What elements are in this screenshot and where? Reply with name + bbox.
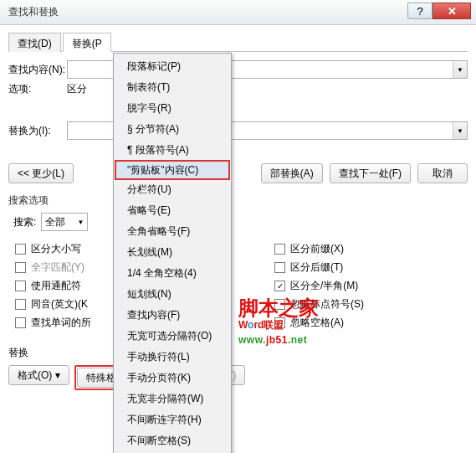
menu-item[interactable]: 手动换行符(L) [115, 347, 229, 368]
checkbox-box [15, 281, 26, 291]
special-format-menu: 段落标记(P)制表符(T)脱字号(R)§ 分节符(A)¶ 段落符号(A)"剪贴板… [113, 53, 232, 453]
dialog-body: 查找(D) 替换(P 查找内容(N): ▼ 选项: 区分 替换为(I): ▼ <… [0, 25, 476, 399]
tab-replace[interactable]: 替换(P [63, 33, 111, 52]
format-button[interactable]: 格式(O) ▾ [8, 365, 69, 385]
checkbox[interactable]: ✓区分全/半角(M) [274, 279, 468, 293]
chevron-down-icon[interactable]: ▼ [453, 61, 467, 78]
find-next-button[interactable]: 查找下一处(F) [330, 163, 411, 183]
less-button[interactable]: << 更少(L) [8, 163, 74, 183]
action-buttons: << 更少(L) 部替换(A) 查找下一处(F) 取消 [8, 163, 468, 183]
tab-find[interactable]: 查找(D) [8, 33, 61, 52]
checkbox-label: 忽略空格(A) [290, 316, 344, 330]
menu-item[interactable]: 不间断连字符(H) [115, 409, 229, 430]
checkbox-label: 区分大小写 [31, 242, 81, 256]
options-value: 区分 [67, 82, 87, 96]
checkbox-box [274, 317, 285, 328]
menu-item[interactable]: 省略号(E) [115, 200, 229, 221]
menu-item[interactable]: 无宽非分隔符(W) [115, 389, 229, 409]
checkbox-columns: 区分大小写全字匹配(Y)使用通配符同音(英文)(K查找单词的所 区分前缀(X)区… [8, 238, 468, 334]
checkbox[interactable]: 忽略标点符号(S) [274, 297, 468, 311]
checkbox[interactable]: 区分前缀(X) [274, 242, 468, 256]
options-label: 选项: [8, 82, 67, 96]
close-button[interactable]: ✕ [432, 3, 471, 19]
checkbox-label: 查找单词的所 [31, 316, 91, 330]
checkbox[interactable]: 忽略空格(A) [274, 316, 468, 330]
menu-item[interactable]: "剪贴板"内容(C) [115, 161, 229, 179]
chevron-down-icon: ▼ [72, 219, 84, 226]
menu-item[interactable]: 手动分页符(K) [115, 368, 229, 389]
menu-item[interactable]: 分栏符(U) [115, 179, 229, 200]
menu-item[interactable]: 段落标记(P) [115, 56, 229, 77]
checkbox-box [15, 244, 26, 255]
checkbox[interactable]: 区分后缀(T) [274, 260, 468, 275]
menu-item[interactable]: 无宽可选分隔符(O) [115, 326, 229, 347]
menu-item[interactable]: ¶ 段落符号(A) [115, 140, 229, 161]
search-direction-select[interactable]: 全部 ▼ [41, 213, 88, 231]
title-bar: 查找和替换 ? ✕ [0, 0, 476, 25]
checkbox-label: 使用通配符 [31, 279, 81, 293]
replace-section-title: 替换 [8, 346, 468, 360]
tabs: 查找(D) 替换(P [8, 32, 468, 52]
checkbox-label: 区分前缀(X) [290, 242, 344, 256]
chevron-down-icon[interactable]: ▼ [453, 122, 467, 139]
checkbox-box [274, 262, 285, 273]
replace-all-button[interactable]: 部替换(A) [261, 163, 323, 183]
window-buttons: ? ✕ [407, 5, 476, 19]
window-title: 查找和替换 [8, 5, 59, 19]
search-label: 搜索: [13, 215, 36, 229]
search-options-title: 搜索选项 [8, 193, 468, 208]
bottom-buttons: 格式(O) ▾ 特殊格式(E) ▾ 不限定格式(T) [8, 365, 468, 390]
checkbox-box [15, 262, 26, 273]
checkbox-box: ✓ [274, 281, 285, 291]
menu-item[interactable]: 脱字号(R) [115, 98, 229, 119]
checkbox-label: 同音(英文)(K [31, 297, 88, 311]
checkbox-box [274, 244, 285, 255]
replace-row: 替换为(I): ▼ [8, 121, 468, 140]
checkbox-box [15, 299, 26, 310]
cancel-button[interactable]: 取消 [417, 163, 468, 183]
checkbox-label: 区分全/半角(M) [290, 279, 358, 293]
replace-with-label: 替换为(I): [8, 124, 67, 138]
checkbox-label: 全字匹配(Y) [31, 260, 84, 275]
menu-item[interactable]: 查找内容(F) [115, 305, 229, 326]
menu-item[interactable]: 短划线(N) [115, 284, 229, 305]
menu-item[interactable]: 长划线(M) [115, 242, 229, 263]
options-row: 选项: 区分 [8, 82, 468, 96]
menu-item[interactable]: § 分节符(A) [115, 119, 229, 140]
search-direction-row: 搜索: 全部 ▼ [13, 213, 468, 231]
find-what-label: 查找内容(N): [8, 63, 67, 77]
menu-item[interactable]: 制表符(T) [115, 77, 229, 98]
menu-item[interactable]: 不间断空格(S) [115, 430, 229, 451]
menu-item[interactable]: 全角省略号(F) [115, 221, 229, 242]
checkbox-box [274, 299, 285, 310]
checkbox-label: 区分后缀(T) [290, 260, 343, 275]
checks-right: 区分前缀(X)区分后缀(T)✓区分全/半角(M)忽略标点符号(S)忽略空格(A) [268, 238, 468, 334]
search-direction-value: 全部 [45, 215, 65, 229]
menu-item[interactable]: 1/4 全角空格(4) [115, 263, 229, 284]
find-row: 查找内容(N): ▼ [8, 60, 468, 79]
help-button[interactable]: ? [407, 3, 432, 19]
checkbox-label: 忽略标点符号(S) [290, 297, 364, 311]
checkbox-box [15, 317, 26, 328]
